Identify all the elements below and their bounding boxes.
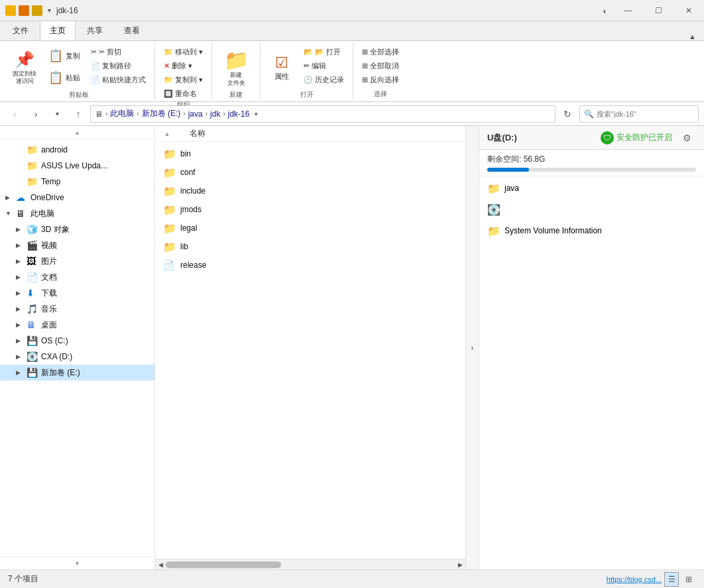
file-item-jmods[interactable]: 📁 jmods: [160, 200, 460, 219]
address-path[interactable]: 🖥 › 此电脑 › 新加卷 (E:) › java › jdk › jdk-16…: [90, 105, 556, 123]
3d-icon: 🧊: [27, 224, 38, 235]
computer-icon: 🖥: [16, 208, 28, 219]
new-label: 新建: [229, 90, 243, 101]
properties-button[interactable]: ☑ 属性: [266, 45, 298, 90]
invert-selection-button[interactable]: ⊞ 反向选择: [359, 73, 402, 86]
sidebar-item-video[interactable]: ▶ 🎬 视频: [0, 237, 154, 253]
file-item-include[interactable]: 📁 include: [160, 182, 460, 200]
sidebar-item-downloads[interactable]: ▶ ⬇ 下载: [0, 285, 154, 301]
tab-share[interactable]: 共享: [77, 21, 113, 40]
folder-icon-android: 📁: [27, 145, 38, 155]
refresh-button[interactable]: ↻: [558, 105, 577, 123]
sidebar-label-3d: 3D 对象: [41, 224, 70, 235]
panel-arrow-icon: ›: [471, 343, 474, 353]
copy-to-button[interactable]: 📁 复制到 ▾: [160, 73, 206, 86]
scroll-left-btn[interactable]: ‹: [597, 0, 613, 21]
ribbon-group-new: 📁 新建文件夹 新建: [212, 42, 261, 100]
file-item-conf[interactable]: 📁 conf: [160, 163, 460, 182]
h-scroll-track[interactable]: [166, 559, 455, 570]
h-scroll-right-btn[interactable]: ▶: [455, 559, 465, 570]
url-preview[interactable]: https://blog.csd...: [607, 575, 662, 583]
rename-button[interactable]: 🔲 重命名: [160, 87, 206, 100]
sidebar-item-android[interactable]: 📁 android: [0, 142, 154, 158]
arrow-documents: ▶: [16, 274, 27, 280]
sidebar-scroll-up[interactable]: ▲: [0, 126, 155, 139]
content-scroll-up[interactable]: ▲: [160, 127, 174, 141]
path-part-jdk[interactable]: jdk: [210, 109, 220, 119]
file-item-release[interactable]: 📄 release: [160, 256, 460, 274]
file-label-bin: bin: [180, 149, 191, 158]
arrow-cxa: ▶: [16, 353, 27, 360]
h-scroll-thumb[interactable]: [166, 561, 281, 568]
select-all-icon: ⊞: [362, 48, 368, 56]
new-folder-button[interactable]: 📁 新建文件夹: [217, 45, 255, 90]
file-item-bin[interactable]: 📁 bin: [160, 145, 460, 163]
search-box[interactable]: 🔍: [579, 105, 699, 123]
quick-access-dropdown[interactable]: ▾: [48, 7, 51, 14]
minimize-button[interactable]: —: [613, 0, 643, 21]
path-dropdown-icon[interactable]: ▾: [255, 111, 258, 117]
sidebar-item-cxa[interactable]: ▶ 💽 CXA (D:): [0, 349, 154, 365]
sidebar-item-onedrive[interactable]: ▶ ☁ OneDrive: [0, 190, 154, 206]
view-details-button[interactable]: ☰: [664, 572, 679, 587]
maximize-button[interactable]: ☐: [643, 0, 674, 21]
file-item-lib[interactable]: 📁 lib: [160, 237, 460, 256]
copy-path-button[interactable]: 📄 复制路径: [88, 59, 149, 72]
right-file-item-sysvolinfo[interactable]: 📁 System Volume Information: [485, 221, 699, 240]
cut-button[interactable]: ✂ ✂ 剪切: [88, 45, 149, 58]
open-button[interactable]: 📂 📂 打开: [300, 45, 347, 58]
move-to-button[interactable]: 📁 移动到 ▾: [160, 45, 206, 58]
path-part-drive[interactable]: 新加卷 (E:): [142, 108, 181, 119]
right-file-item-drive[interactable]: 💽: [485, 198, 699, 221]
recent-locations-button[interactable]: ▾: [48, 105, 66, 123]
delete-button[interactable]: ✕ 删除 ▾: [160, 59, 206, 72]
history-button[interactable]: 🕐 历史记录: [300, 73, 347, 86]
select-none-button[interactable]: ⊞ 全部取消: [359, 59, 402, 72]
copy-button[interactable]: 📋 复制: [44, 45, 85, 66]
path-part-jdk16[interactable]: jdk-16: [228, 109, 250, 119]
up-button[interactable]: ↑: [69, 105, 88, 123]
delete-label: 删除 ▾: [172, 61, 192, 71]
sidebar-item-3d[interactable]: ▶ 🧊 3D 对象: [0, 221, 154, 237]
file-label-legal: legal: [180, 223, 197, 233]
storage-label: 剩余空间: 56.8G: [487, 154, 545, 164]
sidebar-item-documents[interactable]: ▶ 📄 文档: [0, 269, 154, 285]
security-badge: 🛡 安全防护已开启: [601, 131, 672, 145]
ribbon-scroll[interactable]: ▲: [683, 32, 701, 40]
cut-icon: ✂: [91, 48, 97, 56]
close-button[interactable]: ✕: [674, 0, 704, 21]
arrow-desktop: ▶: [16, 322, 27, 328]
search-input[interactable]: [597, 110, 694, 118]
sidebar-item-osc[interactable]: ▶ 💾 OS (C:): [0, 333, 154, 349]
panel-toggle-arrow[interactable]: ›: [465, 126, 479, 569]
sidebar-item-temp[interactable]: 📁 Temp: [0, 174, 154, 190]
forward-button[interactable]: ›: [27, 105, 45, 123]
h-scroll-left-btn[interactable]: ◀: [155, 559, 166, 570]
select-all-button[interactable]: ⊞ 全部选择: [359, 45, 402, 58]
view-tiles-button[interactable]: ⊞: [681, 572, 696, 587]
sidebar-scroll-down[interactable]: ▼: [0, 556, 155, 569]
sidebar-item-asus[interactable]: 📁 ASUS Live Upda...: [0, 158, 154, 174]
file-item-legal[interactable]: 📁 legal: [160, 219, 460, 237]
edit-button[interactable]: ✏ 编辑: [300, 59, 347, 72]
path-part-computer[interactable]: 此电脑: [110, 108, 134, 119]
path-part-java[interactable]: java: [188, 109, 203, 119]
sidebar-item-music[interactable]: ▶ 🎵 音乐: [0, 301, 154, 317]
paste-button[interactable]: 📋 粘贴: [44, 67, 85, 88]
right-file-label-java: java: [504, 184, 519, 193]
tab-file[interactable]: 文件: [3, 21, 38, 40]
download-icon: ⬇: [27, 288, 38, 298]
tab-view[interactable]: 查看: [114, 21, 150, 40]
path-sep-4: ›: [205, 110, 207, 117]
sidebar-item-pictures[interactable]: ▶ 🖼 图片: [0, 253, 154, 269]
right-file-item-java[interactable]: 📁 java: [485, 179, 699, 198]
sidebar-item-newe[interactable]: ▶ 💾 新加卷 (E:): [0, 365, 154, 381]
tab-home[interactable]: 主页: [40, 21, 76, 40]
sidebar-label-desktop: 桌面: [41, 320, 57, 331]
settings-button[interactable]: ⚙: [677, 129, 696, 147]
sidebar-item-thispc[interactable]: ▼ 🖥 此电脑: [0, 206, 154, 221]
paste-shortcut-button[interactable]: 📄 粘贴快捷方式: [88, 73, 149, 86]
sidebar-item-desktop[interactable]: ▶ 🖥 桌面: [0, 317, 154, 333]
pin-to-quick-access-button[interactable]: 📌 固定到快速访问: [8, 45, 41, 90]
right-file-list: 📁 java 💽 📁 System Volume Information: [479, 176, 704, 569]
